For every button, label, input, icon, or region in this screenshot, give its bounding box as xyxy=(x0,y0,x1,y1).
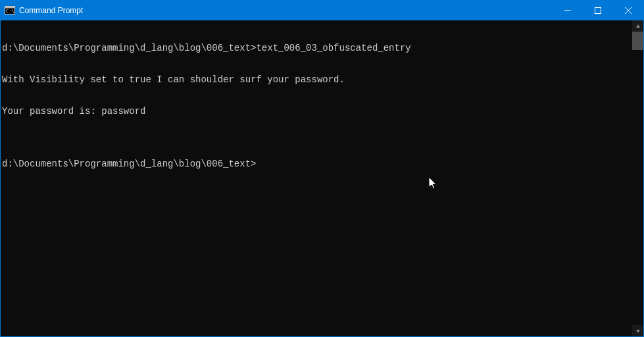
terminal-line: Your password is: password xyxy=(1,106,632,117)
svg-marker-8 xyxy=(636,330,640,333)
svg-text:C:\: C:\ xyxy=(6,9,14,14)
terminal-line: With Visibility set to true I can should… xyxy=(1,74,632,85)
scroll-down-button[interactable] xyxy=(632,325,643,336)
scrollbar-track[interactable] xyxy=(632,32,643,325)
maximize-button[interactable] xyxy=(583,1,613,20)
close-button[interactable] xyxy=(613,1,643,20)
terminal-line: d:\Documents\Programming\d_lang\blog\006… xyxy=(1,43,632,53)
svg-rect-4 xyxy=(595,8,601,14)
vertical-scrollbar[interactable] xyxy=(632,20,643,336)
command-prompt-window: C:\ Command Prompt d:\Documents\Programm… xyxy=(0,0,644,337)
window-controls xyxy=(553,1,643,20)
svg-marker-7 xyxy=(636,24,640,28)
scrollbar-thumb[interactable] xyxy=(632,32,643,50)
terminal-line: d:\Documents\Programming\d_lang\blog\006… xyxy=(1,159,632,169)
titlebar[interactable]: C:\ Command Prompt xyxy=(1,1,643,20)
scroll-up-button[interactable] xyxy=(632,20,643,32)
cmd-icon: C:\ xyxy=(5,5,15,16)
window-title: Command Prompt xyxy=(19,6,83,15)
client-area: d:\Documents\Programming\d_lang\blog\006… xyxy=(1,20,643,336)
minimize-button[interactable] xyxy=(553,1,583,20)
terminal-output[interactable]: d:\Documents\Programming\d_lang\blog\006… xyxy=(1,20,632,336)
